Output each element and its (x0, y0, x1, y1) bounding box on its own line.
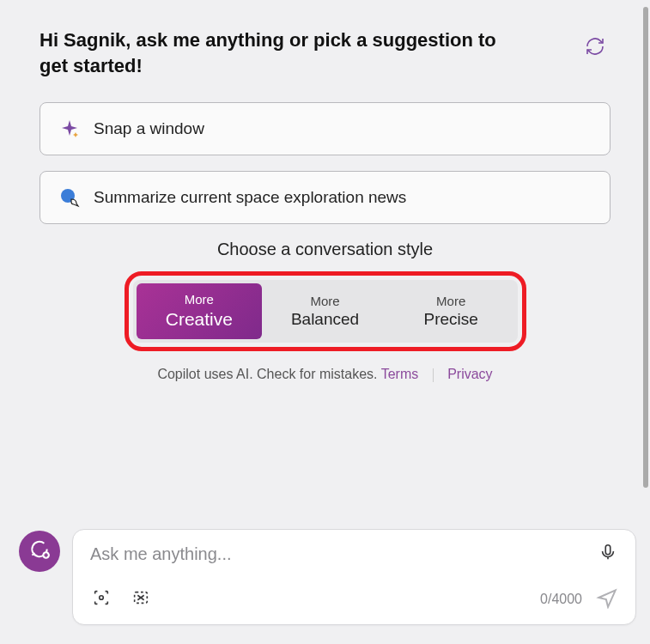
mic-button[interactable] (596, 542, 620, 566)
style-selector-highlight: More Creative More Balanced More Precise (125, 271, 526, 351)
suggestion-summarize-news[interactable]: Summarize current space exploration news (39, 171, 611, 224)
suggestion-label: Snap a window (94, 119, 204, 138)
send-icon (596, 586, 618, 612)
sparkle-icon (59, 118, 80, 139)
disclaimer-row: Copilot uses AI. Check for mistakes. Ter… (39, 367, 611, 382)
scan-icon (92, 588, 111, 611)
image-search-button[interactable] (90, 588, 112, 611)
style-name-label: Precise (424, 309, 478, 330)
style-more-label: More (185, 292, 214, 308)
terms-link[interactable]: Terms (381, 367, 419, 381)
style-more-label: More (436, 294, 465, 310)
disclaimer-text: Copilot uses AI. Check for mistakes. (157, 367, 377, 381)
style-option-creative[interactable]: More Creative (137, 283, 263, 339)
style-name-label: Creative (166, 308, 233, 331)
chat-bubble-icon (59, 187, 80, 208)
privacy-link[interactable]: Privacy (447, 367, 492, 381)
new-chat-button[interactable] (19, 531, 60, 572)
char-count: 0/4000 (540, 592, 582, 607)
refresh-icon (585, 36, 605, 60)
divider (433, 368, 434, 382)
style-more-label: More (310, 294, 339, 310)
style-option-precise[interactable]: More Precise (388, 283, 514, 339)
mic-icon (598, 543, 617, 565)
scrollbar[interactable] (643, 7, 648, 488)
chat-input-card: 0/4000 (72, 529, 636, 625)
style-option-balanced[interactable]: More Balanced (262, 283, 388, 339)
style-name-label: Balanced (291, 309, 359, 330)
screenshot-button[interactable] (130, 588, 152, 611)
style-label: Choose a conversation style (39, 240, 611, 259)
send-button[interactable] (594, 586, 620, 612)
chat-input[interactable] (90, 544, 596, 564)
svg-rect-2 (605, 545, 611, 555)
greeting-text: Hi Sagnik, ask me anything or pick a sug… (39, 27, 520, 78)
refresh-button[interactable] (580, 33, 611, 64)
svg-point-3 (100, 596, 104, 600)
suggestion-snap-window[interactable]: Snap a window (39, 102, 611, 155)
new-chat-icon (28, 538, 51, 564)
style-selector: More Creative More Balanced More Precise (133, 280, 518, 343)
snip-icon (131, 588, 150, 611)
suggestion-label: Summarize current space exploration news (94, 188, 406, 207)
